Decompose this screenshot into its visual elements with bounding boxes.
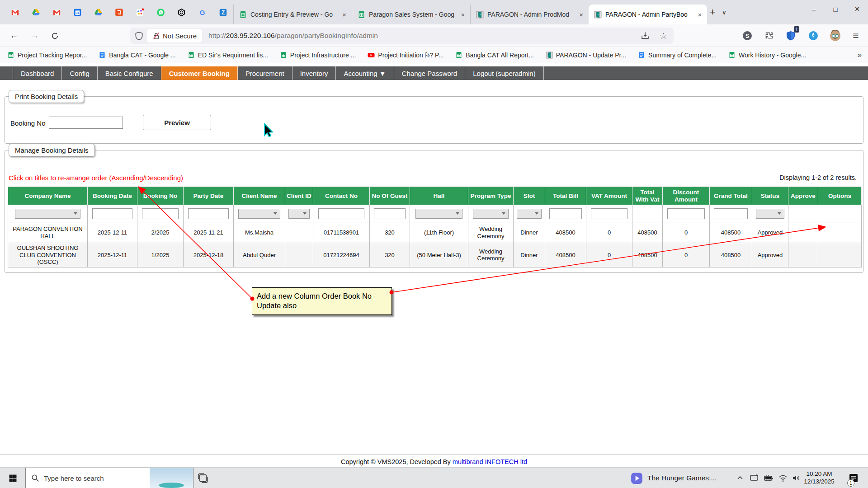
filter-select[interactable] [288, 209, 310, 219]
filter-select[interactable] [517, 209, 541, 219]
column-header[interactable]: No Of Guest [370, 187, 410, 205]
filter-input[interactable] [374, 208, 406, 219]
bookmarks-overflow-icon[interactable]: » [858, 51, 862, 60]
extensions-puzzle-icon[interactable] [762, 29, 776, 42]
pinned-tab-openai[interactable] [171, 3, 192, 21]
taskbar-app-task-view[interactable] [193, 468, 213, 488]
filter-select[interactable] [238, 209, 280, 219]
developer-link[interactable]: multibrand INFOTECH ltd [453, 458, 527, 465]
nav-item-customer-booking[interactable]: Customer Booking [161, 66, 238, 80]
preview-button[interactable]: Preview [143, 115, 211, 130]
column-header[interactable]: Company Name [8, 187, 88, 205]
menu-hamburger-icon[interactable]: ≡ [849, 29, 863, 42]
nav-item-procurement[interactable]: Procurement [238, 66, 292, 80]
pinned-tab-google-drive-2[interactable] [88, 3, 108, 21]
column-header[interactable]: Options [818, 187, 862, 205]
column-header[interactable]: VAT Amount [586, 187, 632, 205]
nav-item-inventory[interactable]: Inventory [292, 66, 336, 80]
column-header[interactable]: Booking Date [88, 187, 137, 205]
new-tab-button[interactable]: + [710, 7, 716, 17]
search-highlight-image[interactable] [150, 468, 193, 488]
nav-item-basic-configure[interactable]: Basic Configure [98, 66, 161, 80]
filter-select[interactable] [756, 209, 784, 219]
reload-button[interactable] [48, 29, 61, 42]
bookmark-item[interactable]: Project Initiation কি? P... [368, 52, 443, 59]
save-page-icon[interactable] [641, 31, 650, 40]
filter-select[interactable] [473, 209, 509, 219]
column-header[interactable]: Slot [514, 187, 545, 205]
column-header[interactable]: Client ID [285, 187, 313, 205]
column-header[interactable]: Program Type [468, 187, 514, 205]
filter-input[interactable] [188, 208, 228, 219]
column-header[interactable]: Party Date [184, 187, 234, 205]
filter-input[interactable] [667, 208, 705, 219]
pinned-tab-whatsapp[interactable] [150, 3, 171, 21]
pen-extension-icon[interactable] [807, 29, 820, 42]
media-play-button[interactable] [627, 468, 646, 488]
tab-close-icon[interactable]: × [577, 11, 585, 19]
bookmark-star-icon[interactable]: ☆ [660, 31, 667, 41]
back-button[interactable]: ← [7, 29, 21, 42]
tray-expand-chevron[interactable] [732, 468, 748, 488]
column-header[interactable]: Contact No [313, 187, 370, 205]
session-extension-icon[interactable]: S [741, 29, 754, 42]
bookmark-item[interactable]: ED Sir's Requirment lis... [188, 52, 268, 59]
nav-item-config[interactable]: Config [62, 66, 97, 80]
start-button[interactable] [4, 468, 22, 488]
nav-item-change-password[interactable]: Change Password [394, 66, 466, 80]
nav-item-logout-superadmin[interactable]: Logout (superadmin) [465, 66, 543, 80]
taskbar-clock[interactable]: 10:20 AM 12/13/2025 [797, 468, 842, 488]
filter-select[interactable] [415, 209, 463, 219]
browser-tab-4[interactable]: PARAGON - Admin PartyBoo× [589, 5, 707, 24]
tab-close-icon[interactable]: × [340, 11, 348, 19]
column-header[interactable]: Hall [410, 187, 468, 205]
nav-item-accounting[interactable]: Accounting ▼ [336, 66, 394, 80]
filter-input[interactable] [92, 208, 132, 219]
battery-icon[interactable] [761, 468, 776, 488]
pinned-tab-zotero[interactable]: Z [212, 3, 233, 21]
cast-screen-icon[interactable] [747, 468, 761, 488]
security-chip[interactable]: Not Secure [147, 29, 202, 42]
pinned-tab-google[interactable]: G [192, 3, 212, 21]
taskbar-search[interactable]: Type here to search [25, 468, 193, 488]
column-header[interactable]: Grand Total [710, 187, 752, 205]
tab-close-icon[interactable]: × [459, 11, 467, 19]
close-button[interactable]: × [846, 0, 868, 18]
filter-input[interactable] [714, 208, 748, 219]
nav-item-dashboard[interactable]: Dashboard [13, 66, 62, 80]
column-header[interactable]: Discount Amount [663, 187, 710, 205]
bookmark-item[interactable]: PARAGON - Update Pr... [546, 52, 626, 59]
browser-tab-3[interactable]: PARAGON - Admin ProdMod× [470, 5, 589, 24]
browser-tab-2[interactable]: Paragon Sales System - Goog× [352, 5, 470, 24]
pinned-tab-gmail-2[interactable] [46, 3, 67, 21]
column-header[interactable]: Total With Vat [632, 187, 663, 205]
bookmark-item[interactable]: Project Infrastructure ... [280, 52, 356, 59]
tab-list-button[interactable]: ∨ [722, 9, 726, 16]
filter-select[interactable] [15, 209, 80, 219]
column-header[interactable]: Status [752, 187, 788, 205]
tab-close-icon[interactable]: × [696, 11, 703, 19]
filter-input[interactable] [318, 208, 364, 219]
browser-tab-1[interactable]: Costing Entry & Preview - Go× [233, 5, 352, 24]
shield-icon[interactable] [135, 32, 143, 40]
pinned-tab-gmail[interactable] [5, 3, 25, 21]
bookmark-item[interactable]: Bangla CAT - Google ... [99, 52, 175, 59]
notification-center-button[interactable]: 1 [844, 468, 863, 488]
pinned-tab-dots-app[interactable] [129, 3, 150, 21]
bookmark-item[interactable]: Summary of Complete... [638, 52, 717, 59]
filter-input[interactable] [142, 208, 179, 219]
bookmark-item[interactable]: Project Tracking Repor... [7, 52, 87, 59]
filter-input[interactable] [549, 208, 582, 219]
maximize-button[interactable]: □ [825, 0, 846, 18]
booking-no-input[interactable] [49, 117, 123, 129]
filter-input[interactable] [591, 208, 628, 219]
pinned-tab-bangla-app[interactable] [108, 3, 129, 21]
minimize-button[interactable]: – [803, 0, 825, 18]
forward-button[interactable]: → [28, 29, 42, 42]
bookmark-item[interactable]: Bangla CAT All Report... [455, 52, 533, 59]
pinned-tab-google-drive[interactable] [25, 3, 46, 21]
profile-avatar[interactable] [828, 29, 842, 42]
column-header[interactable]: Client Name [234, 187, 285, 205]
address-bar[interactable]: Not Secure http://203.95.220.106/paragon… [130, 28, 674, 44]
column-header[interactable]: Booking No [137, 187, 184, 205]
